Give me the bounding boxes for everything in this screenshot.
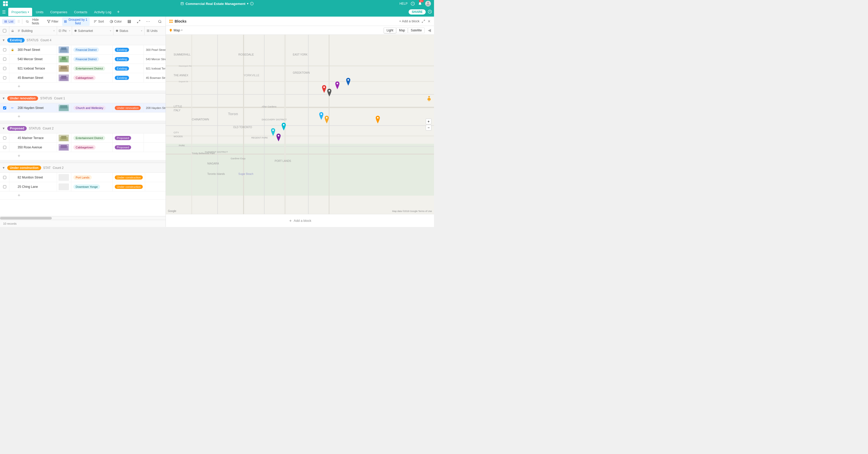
tab-properties[interactable]: Properties ▾ xyxy=(8,8,32,16)
hamburger-menu[interactable]: ☰ xyxy=(2,9,6,15)
header-check[interactable] xyxy=(0,26,9,35)
add-row-existing[interactable]: + xyxy=(0,83,165,91)
header-pic[interactable]: Pic ▾ xyxy=(57,26,72,35)
grouped-by-button[interactable]: Grouped by 1 field xyxy=(62,17,89,26)
map-type-map[interactable]: Map xyxy=(396,28,408,33)
row-check-5[interactable] xyxy=(0,103,9,112)
header-units[interactable]: Units xyxy=(145,26,166,35)
add-tab-button[interactable]: + xyxy=(115,8,122,16)
tab-contacts[interactable]: Contacts xyxy=(71,8,90,16)
add-block-header-btn[interactable]: + Add a block xyxy=(399,19,420,23)
table-row[interactable]: 45 Mariner Terrace Entertainment Distric… xyxy=(0,133,165,143)
drag-handle-icon: ⠿ xyxy=(18,20,20,24)
tab-companies[interactable]: Companies xyxy=(47,8,70,16)
help-icon[interactable]: ? xyxy=(411,2,415,6)
row-check-3[interactable] xyxy=(0,64,9,73)
table-row[interactable]: 82 Munition Street Port Lands Under cons… xyxy=(0,173,165,182)
row-check-6[interactable] xyxy=(0,133,9,142)
header-submarket[interactable]: Submarket ▾ xyxy=(72,26,114,35)
map-pin-3[interactable] xyxy=(326,89,333,97)
map-view[interactable]: SUMMERHILL THE ANNEX ROSEDALE EAST YORK … xyxy=(166,35,434,214)
svg-text:CITY: CITY xyxy=(174,131,179,134)
add-icon-proposed[interactable]: + xyxy=(18,153,21,159)
filter-button[interactable]: Filter xyxy=(45,19,60,24)
user-avatar[interactable] xyxy=(425,1,431,6)
row-checkbox-9[interactable] xyxy=(3,185,6,188)
row-checkbox-3[interactable] xyxy=(3,67,6,70)
add-block-footer[interactable]: Add a block xyxy=(166,214,434,227)
row-check-4[interactable] xyxy=(0,73,9,82)
map-pin-8[interactable] xyxy=(323,116,330,124)
street-view-icon[interactable] xyxy=(427,96,431,103)
pic-dropdown[interactable]: ▾ xyxy=(69,29,70,32)
expand-blocks-icon[interactable] xyxy=(422,20,425,23)
list-view-button[interactable]: List xyxy=(2,19,15,24)
header-status[interactable]: Status ▾ xyxy=(114,26,145,35)
map-pin-7[interactable] xyxy=(275,134,282,142)
sort-button[interactable]: Sort xyxy=(92,19,106,24)
row-checkbox-7[interactable] xyxy=(3,146,6,149)
hide-fields-button[interactable]: Hide fields xyxy=(24,17,43,26)
building-dropdown[interactable]: ▾ xyxy=(53,29,55,32)
notification-bell[interactable]: 11 xyxy=(418,1,422,6)
table-row[interactable]: 🔒 300 Pearl Street Financial District Ex… xyxy=(0,45,165,55)
more-options-button[interactable]: ··· xyxy=(144,19,152,25)
table-row[interactable]: 921 Iceboat Terrace Entertainment Distri… xyxy=(0,64,165,73)
group-toggle-construction[interactable]: ▼ xyxy=(2,166,5,170)
tab-units[interactable]: Units xyxy=(33,8,46,16)
row-checkbox-4[interactable] xyxy=(3,76,6,79)
row-check-7[interactable] xyxy=(0,143,9,152)
map-type-satellite[interactable]: Satellite xyxy=(408,28,425,33)
expand-button[interactable] xyxy=(135,19,142,24)
group-toggle-renovation[interactable]: ▼ xyxy=(2,96,5,100)
add-row-construction[interactable]: + xyxy=(0,192,165,200)
map-type-light[interactable]: Light xyxy=(384,28,396,33)
table-row[interactable]: 540 Mercer Street Financial District Exi… xyxy=(0,55,165,64)
row-checkbox-5[interactable] xyxy=(3,106,6,110)
group-toggle-existing[interactable]: ▼ xyxy=(2,38,5,42)
map-dropdown-btn[interactable]: ▾ xyxy=(181,29,183,32)
table-row[interactable]: 45 Bowman Street Cabbagetown Existing 45… xyxy=(0,73,165,83)
help-label[interactable]: HELP xyxy=(400,2,408,5)
group-toggle-proposed[interactable]: ▼ xyxy=(2,126,5,130)
submarket-dropdown[interactable]: ▾ xyxy=(110,29,111,32)
close-blocks-icon[interactable] xyxy=(427,20,431,23)
table-row[interactable]: 350 Rose Avenue Cabbagetown Proposed xyxy=(0,143,165,152)
status-dropdown[interactable]: ▾ xyxy=(141,29,142,32)
add-row-proposed[interactable]: + xyxy=(0,152,165,160)
add-icon-construction[interactable]: + xyxy=(18,193,21,198)
collapse-map-btn[interactable]: ◀ xyxy=(428,28,431,33)
table-row[interactable]: 25 Ching Lane Downtown Yonge Under const… xyxy=(0,182,165,192)
tab-properties-dropdown[interactable]: ▾ xyxy=(28,11,29,13)
share-button[interactable]: SHARE xyxy=(409,9,426,15)
map-pin-9[interactable] xyxy=(375,116,381,124)
row-checkbox-8[interactable] xyxy=(3,176,6,179)
tab-activity-log[interactable]: Activity Log xyxy=(91,8,114,16)
add-icon-renovation[interactable]: + xyxy=(18,114,21,119)
row-checkbox-6[interactable] xyxy=(3,137,6,140)
header-building[interactable]: Building ▾ xyxy=(16,26,57,35)
map-pin-2[interactable] xyxy=(334,82,340,90)
row-check-2[interactable] xyxy=(0,55,9,63)
select-all-checkbox[interactable] xyxy=(3,29,6,32)
map-pin-10[interactable] xyxy=(318,112,324,121)
row-checkbox-2[interactable] xyxy=(3,58,6,61)
row-checkbox-1[interactable] xyxy=(3,48,6,51)
row-check-8[interactable] xyxy=(0,173,9,182)
add-icon-existing[interactable]: + xyxy=(18,84,21,89)
table-row[interactable]: ✏ 208 Hayden Street Church and Wellesley… xyxy=(0,103,165,113)
row-check-9[interactable] xyxy=(0,182,9,191)
horizontal-scrollbar[interactable] xyxy=(0,216,165,220)
app-dropdown-icon[interactable]: ▾ xyxy=(247,2,248,5)
history-button[interactable] xyxy=(428,9,432,15)
row-check-1[interactable] xyxy=(0,45,9,54)
zoom-in-button[interactable]: + xyxy=(426,118,431,124)
scrollbar-thumb[interactable] xyxy=(0,217,52,220)
map-pin-4[interactable] xyxy=(345,78,351,87)
add-row-renovation[interactable]: + xyxy=(0,113,165,121)
map-pin-5[interactable] xyxy=(281,123,287,132)
zoom-out-button[interactable]: − xyxy=(426,125,431,131)
color-button[interactable]: Color xyxy=(108,19,124,24)
search-button[interactable] xyxy=(156,19,163,24)
row-height-button[interactable] xyxy=(126,19,133,24)
